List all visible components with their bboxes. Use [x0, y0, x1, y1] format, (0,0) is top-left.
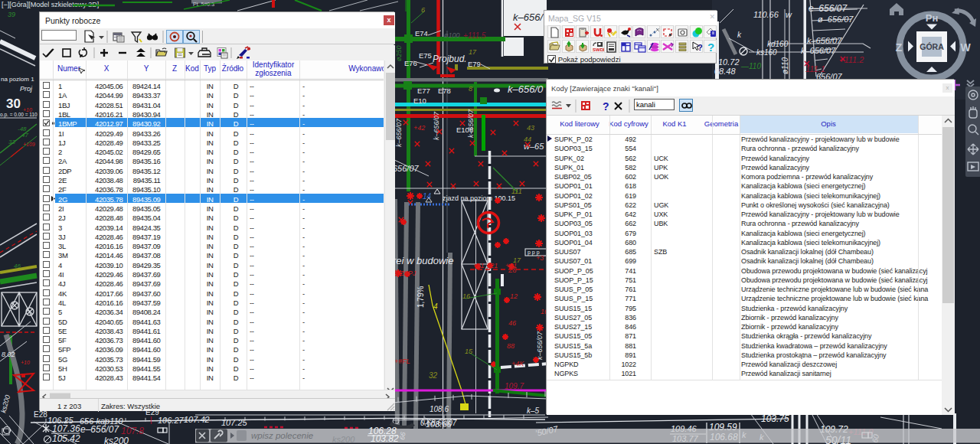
svg-text:e–656/07: e–656/07 — [80, 424, 119, 435]
svg-text:Z: Z — [896, 41, 903, 54]
svg-text:w: w — [786, 10, 792, 19]
svg-text:108.6: 108.6 — [430, 405, 449, 413]
svg-text:46: 46 — [508, 319, 516, 327]
svg-text:88: 88 — [507, 342, 514, 350]
svg-text:k–656/07: k–656/07 — [536, 331, 544, 360]
svg-text:ø110: ø110 — [781, 57, 789, 74]
svg-text:107.8: 107.8 — [121, 426, 144, 436]
svg-text:+41: +41 — [505, 262, 517, 269]
svg-text:E74: E74 — [415, 29, 428, 38]
svg-text:k–656/07: k–656/07 — [467, 109, 475, 138]
svg-text:+3: +3 — [536, 254, 544, 262]
svg-text:39: 39 — [8, 11, 15, 18]
svg-text:E28: E28 — [34, 410, 47, 419]
svg-text:kd160: kd160 — [767, 40, 789, 48]
svg-text:+111.5: +111.5 — [463, 31, 486, 40]
svg-text:+11 +21: +11 +21 — [473, 262, 498, 269]
svg-text:+#FL: +#FL — [394, 357, 410, 365]
svg-text:108.66: 108.66 — [426, 420, 452, 429]
svg-text:105.42: 105.42 — [52, 433, 80, 444]
svg-text:ø–656/07: ø–656/07 — [818, 15, 854, 24]
svg-text:E75: E75 — [419, 51, 432, 60]
svg-text:k–656/0: k–656/0 — [508, 83, 544, 95]
svg-text:109.7: 109.7 — [505, 382, 524, 390]
svg-text:32: 32 — [429, 371, 438, 380]
svg-text:E78: E78 — [438, 87, 451, 95]
svg-text:8.02: 8.02 — [2, 351, 15, 358]
svg-text:E76: E76 — [404, 59, 417, 67]
svg-text:wpisz polecenie: wpisz polecenie — [251, 431, 313, 440]
svg-text:—110: —110 — [740, 62, 761, 70]
svg-text:k–656/: k–656/ — [513, 11, 544, 23]
svg-text:43: 43 — [527, 124, 534, 132]
svg-text:A Z#PJ: A Z#PJ — [393, 269, 416, 277]
svg-text:+10: +10 — [21, 360, 30, 365]
svg-text:Pн: Pн — [926, 12, 939, 24]
svg-text:6: 6 — [421, 6, 425, 14]
svg-text:k–656/07: k–656/07 — [801, 46, 836, 55]
svg-text:E79: E79 — [468, 60, 481, 68]
svg-text:103.75: 103.75 — [761, 413, 789, 424]
svg-text:106.27: 106.27 — [158, 416, 185, 425]
svg-text:E77: E77 — [417, 87, 430, 95]
svg-text:?: ? — [603, 100, 609, 113]
svg-text:ø100: ø100 — [444, 31, 460, 39]
svg-text:?: ? — [707, 41, 714, 54]
svg-text:k–656/07: k–656/07 — [807, 36, 842, 45]
svg-text:15: 15 — [465, 348, 473, 355]
svg-text:107.25: 107.25 — [221, 418, 248, 427]
svg-text:|: | — [150, 416, 152, 424]
svg-text:ø250: ø250 — [395, 45, 403, 61]
svg-text:107.36: 107.36 — [52, 423, 80, 434]
svg-text:W: W — [960, 41, 971, 54]
svg-text:ks160: ks160 — [756, 48, 777, 57]
svg-text:SWDE: SWDE — [593, 47, 604, 52]
svg-text:106.28: 106.28 — [368, 426, 397, 436]
svg-text:17: 17 — [469, 48, 477, 56]
svg-text:na poziom 1: na poziom 1 — [1, 76, 34, 83]
svg-text:Projbud.: Projbud. — [433, 54, 467, 64]
svg-text:10.72: 10.72 — [718, 57, 740, 67]
svg-text:w–65: w–65 — [524, 142, 544, 151]
svg-text:rei w budowie: rei w budowie — [393, 255, 454, 266]
svg-text:107.42: 107.42 — [184, 415, 210, 424]
svg-text:e–656/07: e–656/07 — [808, 3, 848, 14]
svg-text:ks200: ks200 — [332, 435, 355, 444]
svg-text:+4K: +4K — [511, 360, 524, 367]
svg-text:?: ? — [697, 43, 703, 52]
svg-text:110.66: 110.66 — [753, 10, 779, 19]
svg-text:k–656/07: k–656/07 — [395, 118, 403, 147]
svg-text:8: 8 — [469, 85, 472, 93]
svg-text:30: 30 — [6, 96, 21, 111]
svg-text:66: 66 — [398, 432, 407, 441]
svg-text:k–5: k–5 — [527, 406, 540, 415]
svg-text:1,79%: 1,79% — [416, 286, 425, 308]
svg-text:o.p. = 0.00 = 110: o.p. = 0.00 = 110 — [0, 112, 38, 118]
svg-text:ks200: ks200 — [104, 436, 129, 444]
svg-text:Proj: Proj — [20, 85, 33, 93]
svg-text:12: 12 — [510, 292, 518, 300]
svg-text:08.48: 08.48 — [714, 67, 736, 76]
svg-text:k–656/07: k–656/07 — [433, 111, 440, 140]
svg-text:16: 16 — [462, 292, 470, 300]
svg-text:E10: E10 — [413, 96, 426, 105]
svg-text:GÓRA: GÓRA — [920, 42, 944, 51]
svg-text:+42: +42 — [413, 124, 425, 132]
svg-text:4: 4 — [433, 302, 438, 311]
